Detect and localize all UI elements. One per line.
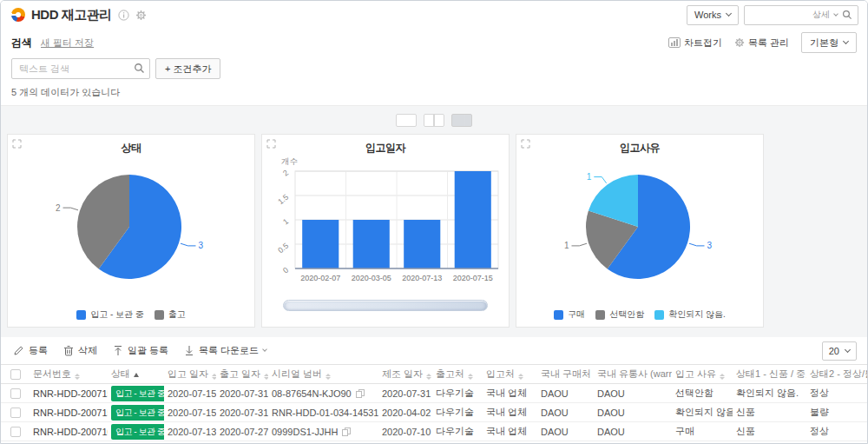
column-header[interactable]: 입고 일자 [164, 365, 216, 384]
chart-horizontal-scrollbar[interactable] [283, 300, 488, 311]
chevron-down-icon [833, 11, 838, 17]
status-badge-label: 입고 - 보관 중 [115, 426, 164, 438]
chart-title: 입고일자 [262, 135, 509, 156]
table-cell: 국내 업체 [483, 384, 537, 403]
status-badge[interactable]: 입고 - 보관 중 [111, 424, 164, 440]
column-header[interactable]: 국내 유통사 (warranty) [594, 365, 672, 384]
document-number-cell[interactable]: RNR-HDD-200715-003 [30, 441, 108, 444]
page-size-select[interactable]: 20 [822, 341, 857, 361]
info-icon[interactable] [118, 10, 129, 21]
register-button[interactable]: 등록 [13, 344, 48, 357]
chart-legend: 입고 - 보관 중출고 [8, 308, 254, 321]
date-cell: 2020-07-15 [164, 403, 216, 422]
status-badge[interactable]: 입고 - 보관 중 [111, 405, 164, 421]
gear-icon [734, 37, 745, 48]
table-cell: 다우기술 [432, 422, 483, 441]
download-list-button[interactable]: 목록 다운로드 [184, 344, 266, 357]
column-header-label: 출고 일자 [220, 368, 260, 379]
svg-text:3: 3 [707, 241, 713, 250]
detail-search-link[interactable]: 상세 [812, 9, 830, 21]
bulk-register-button[interactable]: 일괄 등록 [113, 344, 168, 357]
chevron-down-icon [262, 347, 267, 352]
column-header[interactable]: 입고처 [483, 365, 537, 384]
sort-icon[interactable] [720, 374, 725, 380]
column-header-label: 국내 구매처 [541, 368, 591, 379]
chart-card-in-date: 입고일자 개수00.511.522020-02-072020-03-052020… [261, 134, 510, 328]
delete-button[interactable]: 삭제 [63, 344, 97, 357]
status-badge[interactable]: 입고 - 보관 중 [111, 386, 164, 401]
manage-list-label: 목록 관리 [748, 36, 789, 50]
row-checkbox[interactable] [10, 408, 21, 418]
settings-gear-icon[interactable] [135, 10, 147, 21]
svg-text:3: 3 [199, 241, 204, 250]
sort-icon[interactable] [426, 374, 431, 380]
text-search-input[interactable] [11, 58, 150, 79]
save-filter-link[interactable]: 새 필터 저장 [41, 36, 94, 50]
table-cell: DAOU [594, 403, 672, 422]
bulk-register-label: 일괄 등록 [128, 344, 168, 357]
table-row[interactable]: RNR-HDD-200710-001입고 - 보관 중2020-07-13202… [1, 422, 867, 441]
layout-two-column-button[interactable] [424, 114, 444, 127]
table-cell: 구매 [672, 422, 733, 441]
table-toolbar: 등록 삭제 일괄 등록 목록 다운로드 20 [1, 337, 867, 364]
document-number-cell[interactable]: RNR-HDD-200715-001 [30, 403, 108, 422]
sort-icon[interactable] [326, 374, 331, 380]
column-header[interactable]: 출고 일자 [216, 365, 268, 384]
table-row[interactable]: RNR-HDD-200715-004입고 - 보관 중2020-07-15202… [1, 384, 867, 403]
copy-icon[interactable] [342, 427, 350, 436]
table-cell: 신품 [733, 422, 806, 441]
copy-icon[interactable] [356, 389, 364, 398]
sort-icon[interactable] [518, 374, 523, 380]
table-cell: DAOU [537, 384, 594, 403]
column-header-label: 상태 [111, 368, 130, 379]
table-cell: 불량 [806, 403, 867, 422]
row-checkbox[interactable] [10, 388, 21, 399]
global-search-input[interactable]: 상세 [744, 5, 858, 25]
select-all-checkbox[interactable] [10, 369, 21, 380]
table-cell: 2020-07-10 [378, 422, 432, 441]
legend-item: 출고 [155, 308, 186, 321]
sort-icon[interactable] [212, 374, 216, 380]
add-condition-button[interactable]: + 조건추가 [155, 58, 220, 79]
expand-icon[interactable] [521, 139, 530, 149]
serial-number-cell: RNR-HDD-01-034-14531 [268, 403, 378, 422]
document-number-cell[interactable]: RNR-HDD-200710-001 [30, 422, 108, 441]
column-header[interactable]: 시리얼 넘버 [268, 365, 378, 384]
legend-item: 입고 - 보관 중 [76, 308, 144, 321]
pie-chart-status[interactable]: 32 [8, 156, 254, 302]
row-checkbox[interactable] [10, 427, 21, 437]
column-header[interactable]: 국내 구매처 [537, 365, 594, 384]
collapse-charts-button[interactable]: 차트접기 [668, 36, 722, 50]
view-type-select[interactable]: 기본형 [801, 32, 857, 53]
table-row[interactable]: RNR-HDD-200715-003출고2020-02-072020-04-10… [1, 441, 867, 444]
sort-ascending-icon[interactable] [134, 373, 139, 377]
sort-icon[interactable] [75, 374, 80, 380]
bar-chart-in-date[interactable]: 개수00.511.522020-02-072020-03-052020-07-1… [262, 156, 509, 296]
column-header[interactable]: 상태1 - 신품 / 중고 [733, 365, 806, 384]
table-cell: 국내 업체 [483, 422, 537, 441]
table-cell: 확인되지 않음. [733, 384, 806, 403]
column-header[interactable]: 문서번호 [30, 365, 108, 384]
layout-three-column-button[interactable] [451, 114, 472, 127]
table-row[interactable]: RNR-HDD-200715-001입고 - 보관 중2020-07-15202… [1, 403, 867, 422]
pie-chart-reason[interactable]: 311 [516, 156, 763, 302]
expand-icon[interactable] [12, 139, 22, 149]
search-icon[interactable] [134, 63, 145, 74]
status-badge-label: 입고 - 보관 중 [115, 388, 164, 400]
workspace-select[interactable]: Works [687, 5, 739, 25]
document-number-cell[interactable]: RNR-HDD-200715-004 [30, 384, 108, 403]
column-header[interactable]: 상태2 - 정상/불량 [806, 365, 867, 384]
sort-icon[interactable] [264, 374, 268, 380]
column-header[interactable]: 상태 [108, 365, 164, 384]
layout-one-column-button[interactable] [396, 114, 417, 127]
expand-icon[interactable] [266, 139, 276, 149]
column-header[interactable]: 입고 사유 [672, 365, 733, 384]
svg-text:0.5: 0.5 [276, 242, 290, 255]
column-header[interactable]: 출고처 [432, 365, 483, 384]
manage-list-button[interactable]: 목록 관리 [734, 36, 789, 50]
chevron-down-icon [726, 10, 732, 17]
search-icon[interactable] [842, 10, 852, 20]
sort-icon[interactable] [468, 374, 473, 380]
serial-number-cell: 0999DS1-JJHH [268, 422, 378, 441]
column-header[interactable]: 제조 일자 [378, 365, 432, 384]
